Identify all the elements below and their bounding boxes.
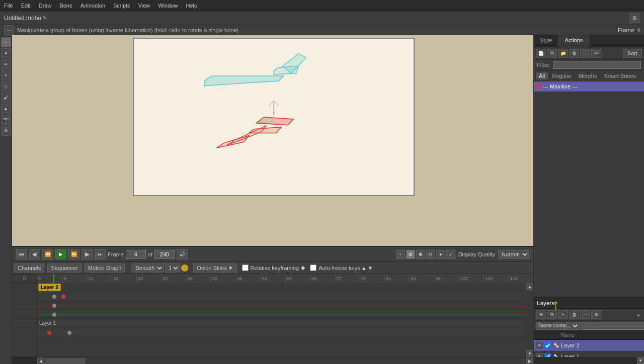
name-filter-input[interactable]	[581, 322, 644, 330]
magnet-tool[interactable]: ⊕	[1, 126, 11, 136]
menu-help[interactable]: Help	[182, 2, 201, 10]
display-quality-controls: ▪ ▦ ▣ ⊡ ● ⤢ Display Quality NormalDraftB…	[396, 250, 529, 259]
bone-tool[interactable]: ✦	[1, 48, 11, 58]
layer1-red-dot[interactable]	[47, 331, 51, 335]
layer-more-btn[interactable]: ⋯	[580, 310, 590, 319]
freeze-down-btn[interactable]: ▼	[368, 265, 373, 271]
smooth-value-select[interactable]: 123	[165, 263, 180, 272]
ruler-ticks: 0612182430364248546066727884909610210811…	[37, 274, 533, 283]
menu-scripts[interactable]: Scripts	[109, 2, 134, 10]
dq-high-btn[interactable]: ▣	[416, 250, 425, 259]
edit-icon[interactable]: ✎	[42, 15, 47, 21]
next-keyframe-btn[interactable]: |▶	[82, 249, 93, 259]
go-to-end-btn[interactable]: ⏭	[95, 249, 106, 259]
timeline-scrollbar[interactable]: ▲ ▼	[526, 283, 533, 357]
menu-view[interactable]: View	[134, 2, 154, 10]
menu-window[interactable]: Window	[154, 2, 182, 10]
layer1-keyframe[interactable]	[67, 331, 71, 335]
layer2-box-label: Layer 2	[38, 284, 61, 291]
layer-row-layer2[interactable]: 👁 🦴 Layer 2	[534, 340, 644, 351]
scroll-up-btn[interactable]: ▲	[526, 283, 533, 290]
dq-full-btn[interactable]: ⊡	[426, 250, 435, 259]
sequencer-btn[interactable]: Sequencer	[47, 263, 81, 272]
dq-low-btn[interactable]: ▪	[396, 250, 405, 259]
onion-dropdown-icon[interactable]: ▼	[228, 265, 233, 271]
layer2-vis-btn[interactable]: 👁	[536, 342, 543, 349]
auto-freeze-check[interactable]	[310, 264, 316, 271]
layer-delete-btn[interactable]: 🗑	[569, 310, 579, 319]
act-back-btn[interactable]: ↩	[591, 49, 601, 58]
tab-actions[interactable]: Actions	[558, 35, 589, 47]
menu-animation[interactable]: Animation	[76, 2, 109, 10]
layers-scroll-down[interactable]: ▼	[637, 357, 644, 364]
menu-edit[interactable]: Edit	[17, 2, 35, 10]
layer-add-btn[interactable]: +	[558, 310, 568, 319]
layer-view-btn[interactable]: 👁	[536, 310, 546, 319]
transform-tool[interactable]: ⌖	[1, 70, 11, 80]
onion-skins-btn[interactable]: Onion Skins ▼	[193, 263, 236, 272]
scroll-down-btn[interactable]: ▼	[526, 350, 533, 357]
smooth-select[interactable]: Smooth	[132, 263, 164, 272]
dot-row3[interactable]	[52, 304, 56, 308]
motion-graph-btn[interactable]: Motion Graph	[85, 263, 125, 272]
shape-tool[interactable]: ◇	[1, 81, 11, 92]
tab-style[interactable]: Style	[534, 35, 558, 47]
act-duplicate-btn[interactable]: ⧉	[547, 49, 557, 58]
play-btn[interactable]: ▶	[55, 249, 66, 259]
layer2-check[interactable]	[544, 342, 551, 349]
total-frames-input[interactable]: 240	[154, 250, 175, 259]
playhead[interactable]	[53, 274, 54, 283]
layer2-name-box[interactable]: Layer 2	[38, 284, 61, 291]
dq-med-btn[interactable]: ▦	[406, 250, 415, 259]
volume-btn[interactable]: 🔊	[177, 249, 188, 259]
filter-tab-regular[interactable]: Regular	[549, 72, 575, 79]
canvas-viewport	[133, 38, 415, 196]
layer2-checkbox[interactable]	[544, 342, 551, 349]
act-new-btn[interactable]: 📄	[536, 49, 546, 58]
go-to-start-btn[interactable]: ⏮	[16, 249, 27, 259]
act-delete-btn[interactable]: 🗑	[569, 49, 579, 58]
select-tool[interactable]: ↔	[1, 37, 11, 47]
draw-tool[interactable]: ✏	[1, 59, 11, 69]
keyframe-dot-1[interactable]	[52, 295, 56, 299]
freeze-up-btn[interactable]: ▲	[361, 265, 367, 271]
fast-forward-btn[interactable]: ⏩	[68, 249, 79, 259]
tool-icon[interactable]: ↔	[4, 25, 14, 35]
expand-btn[interactable]: ⤢	[446, 250, 455, 259]
menu-bone[interactable]: Bone	[55, 2, 76, 10]
layer-settings-btn[interactable]: ⚙	[591, 310, 601, 319]
scroll-right-btn[interactable]: ▶	[526, 357, 533, 364]
scroll-left-btn[interactable]: ◀	[37, 357, 44, 364]
filter-tab-morphs[interactable]: Morphs	[576, 72, 600, 79]
menu-file[interactable]: File	[0, 2, 17, 10]
mainline-row[interactable]: --- Mainline ---	[534, 81, 644, 92]
filter-tab-all[interactable]: All	[536, 72, 548, 79]
sort-btn[interactable]: Sort	[623, 49, 642, 58]
act-folder-btn[interactable]: 📁	[558, 49, 568, 58]
display-quality-select[interactable]: NormalDraftBest	[498, 250, 529, 259]
panel-toggle-btn[interactable]: ⊞	[629, 13, 639, 23]
filter-input[interactable]	[553, 61, 641, 69]
dot-row4[interactable]	[52, 313, 56, 317]
fill-tool[interactable]: ▲	[1, 104, 11, 114]
layers-scroll-up[interactable]: ▲	[635, 310, 642, 319]
record-btn[interactable]: ●	[436, 250, 445, 259]
menu-draw[interactable]: Draw	[35, 2, 56, 10]
channels-btn[interactable]: Channels	[14, 263, 44, 272]
layer2-label-row	[12, 283, 37, 292]
timeline-controls-bar: Channels Sequencer Motion Graph Smooth 1…	[12, 262, 533, 274]
h-scroll-thumb[interactable]	[45, 358, 86, 364]
name-filter-select[interactable]: Name contai...	[536, 322, 580, 330]
keyframe-dot-red[interactable]	[61, 295, 65, 299]
frame-number-input[interactable]: 4	[126, 250, 146, 259]
rewind-btn[interactable]: ⏪	[42, 249, 53, 259]
canvas-area[interactable]	[12, 35, 533, 246]
paint-tool[interactable]: 🖌	[1, 93, 11, 103]
filter-tab-smartbones[interactable]: Smart Bones	[601, 72, 639, 79]
camera-tool[interactable]: 📷	[1, 115, 11, 125]
keyframe-indicator[interactable]	[181, 264, 188, 271]
relative-info-icon[interactable]: ◆	[301, 264, 305, 271]
prev-keyframe-btn[interactable]: ◀|	[29, 249, 40, 259]
act-more-btn[interactable]: ⋯	[580, 49, 590, 58]
relative-keyframing-check[interactable]	[242, 264, 249, 271]
